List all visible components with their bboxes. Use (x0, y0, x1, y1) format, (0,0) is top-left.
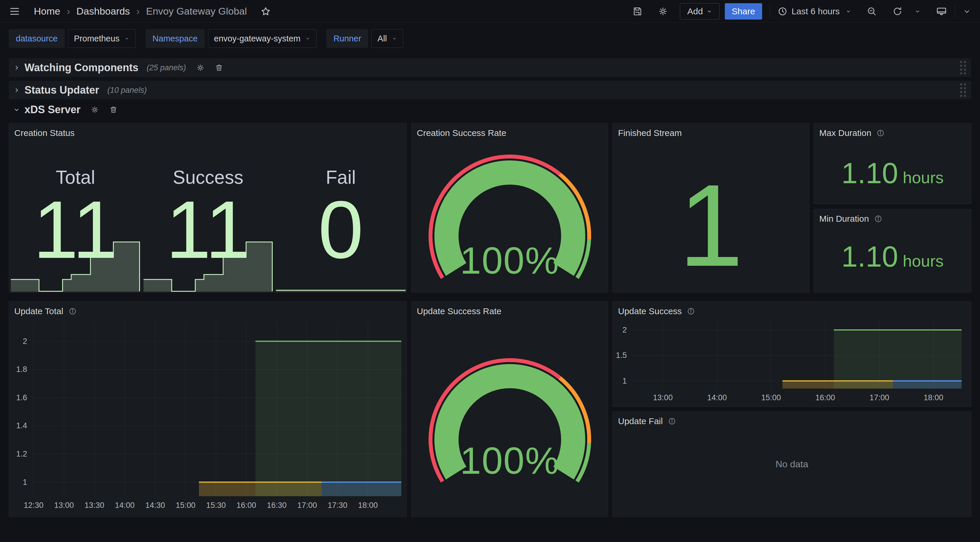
panel-title[interactable]: Creation Status (14, 128, 75, 138)
variable-datasource: datasource Prometheus (9, 29, 135, 48)
panel-title-label: Min Duration (819, 214, 869, 224)
menu-icon[interactable] (9, 6, 21, 17)
kiosk-monitor-icon[interactable] (936, 6, 947, 17)
breadcrumb-dashboards[interactable]: Dashboards (76, 6, 130, 17)
add-button[interactable]: Add (680, 3, 719, 19)
svg-text:17:00: 17:00 (297, 501, 317, 510)
chevron-right-icon (13, 86, 21, 94)
stat-value: 1.10hours (814, 158, 971, 188)
save-icon[interactable] (632, 6, 643, 17)
panel-update-total: Update Total 11.21.41.61.8212:3013:0013:… (9, 301, 407, 517)
panel-title[interactable]: Finished Stream (618, 128, 682, 138)
divider (770, 5, 770, 18)
row-panel-count: (10 panels) (107, 86, 147, 95)
info-icon[interactable] (68, 307, 77, 315)
row-header-xds-server[interactable]: xDS Server (9, 103, 971, 117)
panel-title[interactable]: Update Total (14, 306, 77, 316)
gear-icon[interactable] (658, 6, 668, 17)
panel-update-success: Update Success 11.5213:0014:0015:0016:00… (612, 301, 971, 407)
row-header-watching-components[interactable]: Watching Components (25 panels) (9, 58, 971, 77)
row-delete-trash-icon[interactable] (109, 105, 118, 114)
collapse-toolbar-chevron-icon[interactable] (963, 7, 971, 16)
duration-number: 1.10 (842, 157, 898, 189)
svg-text:16:00: 16:00 (237, 501, 256, 510)
variable-value-datasource[interactable]: Prometheus (68, 29, 135, 48)
variable-value-label: All (377, 34, 387, 43)
panel-title-label: Update Fail (618, 416, 663, 426)
variable-value-label: Prometheus (74, 34, 119, 43)
row-drag-handle[interactable] (960, 83, 966, 97)
row-title: Status Updater (24, 84, 99, 96)
panel-title[interactable]: Update Success (618, 306, 695, 316)
svg-text:1.4: 1.4 (16, 421, 27, 430)
breadcrumb-home[interactable]: Home (34, 6, 60, 17)
breadcrumb-separator: › (67, 6, 70, 17)
row-title: xDS Server (24, 104, 81, 116)
variable-value-namespace[interactable]: envoy-gateway-system (208, 29, 317, 48)
share-button[interactable]: Share (725, 3, 762, 19)
panel-title[interactable]: Creation Success Rate (417, 128, 506, 138)
panel-title[interactable]: Max Duration (819, 128, 885, 138)
star-icon[interactable] (261, 6, 271, 17)
svg-text:17:00: 17:00 (869, 393, 889, 402)
row-settings-gear-icon[interactable] (196, 63, 205, 72)
row-drag-handle[interactable] (960, 61, 966, 74)
svg-text:16:30: 16:30 (267, 501, 287, 510)
panel-title-label: Update Total (14, 306, 63, 316)
row-title: Watching Components (24, 62, 138, 74)
variable-label-namespace[interactable]: Namespace (146, 29, 205, 48)
info-icon[interactable] (877, 129, 885, 137)
variable-label-runner[interactable]: Runner (326, 29, 368, 48)
svg-text:15:30: 15:30 (206, 501, 226, 510)
svg-text:1: 1 (23, 478, 27, 486)
stat-fail: Fail 0 (274, 123, 407, 292)
chevron-down-icon (392, 36, 397, 41)
row-header-status-updater[interactable]: Status Updater (10 panels) (9, 81, 971, 99)
info-icon[interactable] (668, 417, 676, 425)
info-icon[interactable] (687, 307, 695, 315)
variable-label-datasource[interactable]: datasource (9, 29, 65, 48)
panel-title[interactable]: Min Duration (819, 214, 882, 224)
refresh-icon[interactable] (892, 6, 903, 17)
info-icon[interactable] (874, 215, 882, 223)
svg-text:1: 1 (622, 376, 627, 385)
time-series-chart[interactable]: 11.5213:0014:0015:0016:0017:0018:00 (613, 318, 969, 405)
svg-text:15:00: 15:00 (761, 393, 781, 402)
svg-text:13:00: 13:00 (54, 501, 74, 510)
svg-text:2: 2 (23, 337, 27, 346)
zoom-out-icon[interactable] (867, 6, 877, 17)
clock-icon (778, 6, 788, 16)
stat-success: Success 11 (142, 123, 274, 292)
chevron-down-icon (305, 36, 310, 41)
svg-text:12:30: 12:30 (24, 501, 43, 510)
duration-unit: hours (903, 252, 943, 270)
svg-text:1.5: 1.5 (616, 351, 627, 360)
panel-creation-success-rate: Creation Success Rate 100% (411, 123, 608, 293)
panel-title[interactable]: Update Fail (618, 416, 676, 426)
variable-runner: Runner All (326, 29, 403, 48)
panel-title[interactable]: Update Success Rate (417, 306, 501, 316)
panel-max-duration: Max Duration 1.10hours (814, 123, 971, 204)
time-series-chart[interactable]: 11.21.41.61.8212:3013:0013:3014:0014:301… (9, 319, 404, 514)
refresh-interval-chevron-icon[interactable] (915, 8, 921, 14)
time-range-label: Last 6 hours (792, 6, 840, 16)
stat-value: 1.10hours (814, 242, 971, 271)
svg-text:16:00: 16:00 (816, 393, 835, 402)
svg-text:13:30: 13:30 (84, 501, 104, 510)
svg-text:14:00: 14:00 (707, 393, 727, 402)
panel-update-success-rate: Update Success Rate 100% (411, 301, 608, 517)
row-settings-gear-icon[interactable] (91, 105, 99, 114)
row-delete-trash-icon[interactable] (215, 63, 223, 72)
no-data-message: No data (613, 411, 971, 516)
svg-text:18:00: 18:00 (358, 501, 378, 510)
breadcrumb-current-dashboard: Envoy Gateway Global (146, 6, 247, 17)
chevron-down-icon (846, 8, 851, 14)
breadcrumb-separator: › (136, 6, 139, 17)
variable-value-runner[interactable]: All (371, 29, 403, 48)
panel-min-duration: Min Duration 1.10hours (814, 209, 971, 293)
stat-value: 1 (613, 167, 809, 284)
time-range-button[interactable]: Last 6 hours (778, 6, 851, 16)
divider (955, 5, 955, 18)
gauge-value-text: 100% (412, 239, 608, 282)
chevron-down-icon (13, 106, 21, 113)
